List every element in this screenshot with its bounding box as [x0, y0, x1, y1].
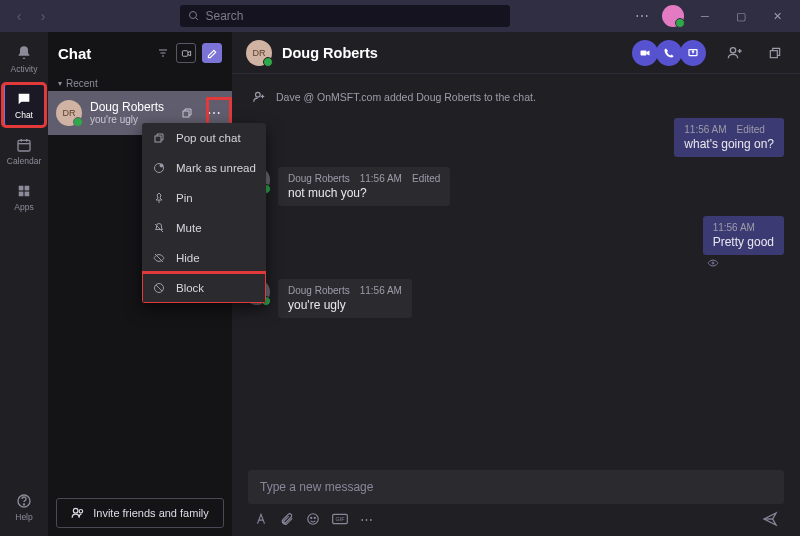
svg-rect-6	[19, 186, 24, 191]
help-icon	[15, 492, 33, 510]
block-icon	[152, 282, 166, 294]
message-bubble[interactable]: 11:56 AM Pretty good	[703, 216, 784, 255]
svg-point-19	[160, 164, 163, 167]
svg-point-11	[23, 504, 24, 505]
window-minimize[interactable]: ─	[690, 4, 720, 28]
more-compose-icon[interactable]: ⋯	[360, 512, 373, 527]
compose-area: Type a new message GIF ⋯	[248, 470, 784, 530]
menu-mute[interactable]: Mute	[142, 213, 266, 243]
rail-apps[interactable]: Apps	[3, 176, 45, 218]
share-screen-button[interactable]	[680, 40, 706, 66]
format-icon[interactable]	[254, 512, 268, 526]
menu-mark-unread[interactable]: Mark as unread	[142, 153, 266, 183]
search-placeholder: Search	[206, 9, 244, 23]
message-bubble[interactable]: Doug Roberts11:56 AM you're ugly	[278, 279, 412, 318]
chat-header-name: Doug Roberts	[282, 45, 622, 61]
invite-button[interactable]: Invite friends and family	[56, 498, 224, 528]
nav-back[interactable]: ‹	[8, 5, 30, 27]
popout-icon	[152, 132, 166, 144]
chat-list-header: Chat	[48, 32, 232, 74]
svg-rect-8	[19, 192, 24, 197]
read-receipt-icon	[707, 257, 784, 269]
message-list: Dave @ OnMSFT.com added Doug Roberts to …	[232, 74, 800, 466]
svg-point-36	[712, 262, 714, 264]
rail-help[interactable]: Help	[3, 486, 45, 528]
svg-line-24	[156, 285, 162, 291]
menu-block[interactable]: Block	[142, 273, 266, 303]
unread-icon	[152, 162, 166, 174]
calendar-icon	[15, 136, 33, 154]
chat-item-name: Doug Roberts	[90, 100, 170, 114]
chat-main: DR Doug Roberts	[232, 32, 800, 536]
popout-chat-icon[interactable]	[764, 42, 786, 64]
svg-rect-27	[641, 50, 647, 55]
person-add-icon	[252, 90, 266, 104]
nav-forward[interactable]: ›	[32, 5, 54, 27]
chat-icon	[15, 90, 33, 108]
menu-hide[interactable]: Hide	[142, 243, 266, 273]
invite-icon	[71, 506, 85, 520]
compose-input[interactable]: Type a new message	[248, 470, 784, 504]
mute-icon	[152, 222, 166, 234]
audio-call-button[interactable]	[656, 40, 682, 66]
meet-now-icon[interactable]	[176, 43, 196, 63]
svg-point-37	[308, 514, 319, 525]
rail-activity[interactable]: Activity	[3, 38, 45, 80]
svg-rect-15	[182, 50, 188, 56]
svg-point-33	[256, 92, 261, 97]
svg-point-25	[74, 508, 79, 513]
apps-icon	[15, 182, 33, 200]
attach-icon[interactable]	[280, 512, 294, 526]
message-row: Doug Roberts11:56 AMEdited not much you?	[244, 167, 784, 206]
svg-point-0	[189, 12, 196, 19]
filter-icon[interactable]	[156, 47, 170, 59]
new-chat-icon[interactable]	[202, 43, 222, 63]
svg-rect-16	[183, 111, 189, 117]
account-avatar[interactable]	[662, 5, 684, 27]
emoji-icon[interactable]	[306, 512, 320, 526]
titlebar: ‹ › Search ⋯ ─ ▢ ✕	[0, 0, 800, 32]
svg-point-39	[314, 517, 315, 518]
hide-icon	[152, 252, 166, 264]
menu-pin[interactable]: Pin	[142, 183, 266, 213]
pin-icon	[152, 192, 166, 204]
chat-list-title: Chat	[58, 45, 150, 62]
history-nav: ‹ ›	[8, 5, 54, 27]
section-recent[interactable]: Recent	[48, 74, 232, 91]
svg-line-1	[195, 18, 198, 21]
svg-point-38	[311, 517, 312, 518]
add-people-icon[interactable]	[724, 42, 746, 64]
rail-chat[interactable]: Chat	[3, 84, 45, 126]
svg-point-26	[79, 510, 83, 514]
message-row: 11:56 AM Pretty good	[244, 216, 784, 269]
message-row: 11:56 AMEdited what's going on?	[244, 118, 784, 157]
settings-more-icon[interactable]: ⋯	[635, 8, 650, 24]
send-button[interactable]	[762, 511, 778, 527]
message-bubble[interactable]: Doug Roberts11:56 AMEdited not much you?	[278, 167, 450, 206]
rail-calendar[interactable]: Calendar	[3, 130, 45, 172]
svg-rect-9	[25, 192, 30, 197]
chat-context-menu: Pop out chat Mark as unread Pin	[142, 123, 266, 303]
svg-rect-7	[25, 186, 30, 191]
system-message: Dave @ OnMSFT.com added Doug Roberts to …	[252, 90, 784, 104]
svg-rect-17	[155, 136, 161, 142]
avatar: DR	[56, 100, 82, 126]
gif-icon[interactable]: GIF	[332, 513, 348, 525]
chat-header-avatar: DR	[246, 40, 272, 66]
search-input[interactable]: Search	[180, 5, 510, 27]
window-maximize[interactable]: ▢	[726, 4, 756, 28]
menu-popout[interactable]: Pop out chat	[142, 123, 266, 153]
app-rail: Activity Chat Calendar Apps Help	[0, 32, 48, 536]
popout-icon[interactable]	[178, 106, 196, 120]
compose-toolbar: GIF ⋯	[248, 504, 784, 530]
svg-text:GIF: GIF	[336, 516, 346, 522]
svg-point-29	[730, 47, 735, 52]
chat-list-panel: Chat Recent DR Doug Roberts you're ugly	[48, 32, 232, 536]
message-row: Doug Roberts11:56 AM you're ugly	[244, 279, 784, 318]
video-call-button[interactable]	[632, 40, 658, 66]
svg-rect-2	[18, 140, 30, 151]
message-bubble[interactable]: 11:56 AMEdited what's going on?	[674, 118, 784, 157]
window-close[interactable]: ✕	[762, 4, 792, 28]
chat-header: DR Doug Roberts	[232, 32, 800, 74]
bell-icon	[15, 44, 33, 62]
